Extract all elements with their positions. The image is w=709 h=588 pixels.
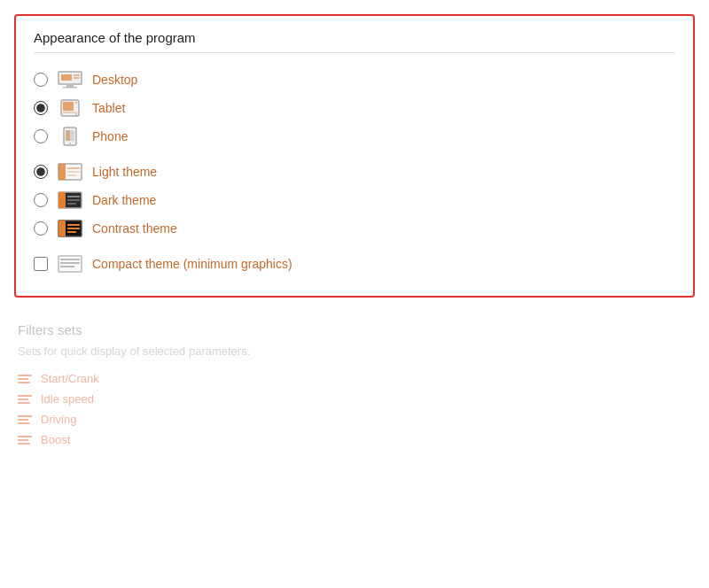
svg-rect-2 [74, 74, 80, 76]
filters-section: Filters sets Sets for quick display of s… [14, 315, 695, 457]
svg-rect-13 [66, 130, 70, 141]
svg-rect-26 [58, 220, 66, 236]
svg-rect-16 [58, 164, 66, 180]
light-theme-radio[interactable] [34, 165, 48, 179]
svg-rect-21 [58, 192, 66, 208]
svg-rect-22 [67, 196, 80, 197]
svg-rect-24 [67, 203, 76, 205]
svg-rect-4 [66, 85, 74, 87]
filter-icon-idlespeed [18, 393, 34, 406]
filter-item-startcrank[interactable]: Start/Crank [18, 368, 691, 389]
phone-radio[interactable] [34, 129, 48, 143]
svg-rect-28 [67, 228, 80, 229]
appearance-title: Appearance of the program [34, 30, 675, 53]
svg-point-14 [69, 143, 71, 144]
page-wrapper: Appearance of the program Desktop [0, 0, 709, 471]
contrast-theme-option-row: Contrast theme [34, 214, 675, 243]
svg-rect-3 [74, 77, 80, 79]
desktop-icon [57, 70, 83, 89]
contrast-theme-radio[interactable] [34, 221, 48, 236]
filter-item-driving[interactable]: Driving [18, 409, 691, 429]
tablet-label[interactable]: Tablet [92, 101, 125, 115]
tablet-radio[interactable] [34, 101, 48, 115]
desktop-radio[interactable] [34, 73, 48, 87]
svg-rect-31 [60, 259, 80, 260]
dark-theme-icon [57, 190, 83, 210]
svg-rect-18 [67, 171, 80, 173]
compact-theme-option-row: Compact theme (minimum graphics) [34, 250, 675, 278]
phone-icon [57, 127, 83, 146]
desktop-label[interactable]: Desktop [92, 73, 137, 87]
filter-icon-boost [18, 434, 34, 446]
svg-rect-33 [60, 266, 74, 267]
svg-rect-7 [63, 102, 74, 111]
contrast-theme-icon [57, 219, 83, 238]
svg-rect-27 [67, 224, 80, 226]
svg-rect-5 [63, 87, 77, 89]
light-theme-option-row: Light theme [34, 158, 675, 186]
filter-label-driving: Driving [41, 413, 76, 426]
light-theme-icon [57, 162, 83, 182]
tablet-icon [57, 98, 83, 118]
dark-theme-radio[interactable] [34, 193, 48, 207]
light-theme-label[interactable]: Light theme [92, 165, 157, 179]
svg-rect-17 [67, 167, 80, 169]
dark-theme-option-row: Dark theme [34, 186, 675, 214]
svg-rect-8 [75, 102, 77, 104]
filters-description: Sets for quick display of selected param… [18, 344, 691, 358]
phone-label[interactable]: Phone [92, 129, 128, 143]
filter-label-startcrank: Start/Crank [41, 372, 99, 385]
compact-theme-icon [57, 254, 83, 274]
filter-label-boost: Boost [41, 433, 70, 446]
desktop-option-row: Desktop [34, 66, 675, 94]
svg-rect-19 [67, 174, 76, 176]
filters-title: Filters sets [18, 322, 691, 337]
phone-option-row: Phone [34, 122, 675, 151]
tablet-option-row: Tablet [34, 94, 675, 122]
svg-rect-1 [61, 74, 72, 81]
svg-rect-32 [60, 262, 80, 264]
appearance-box: Appearance of the program Desktop [14, 14, 695, 298]
svg-rect-29 [67, 231, 76, 233]
filter-icon-startcrank [18, 373, 34, 385]
contrast-theme-label[interactable]: Contrast theme [92, 221, 177, 236]
svg-rect-9 [63, 112, 77, 113]
filter-item-boost[interactable]: Boost [18, 429, 691, 450]
filter-label-idlespeed: Idle speed [41, 392, 94, 406]
filter-item-idlespeed[interactable]: Idle speed [18, 389, 691, 409]
svg-rect-23 [67, 199, 80, 201]
svg-point-10 [75, 113, 77, 115]
compact-theme-checkbox[interactable] [34, 257, 48, 271]
filter-icon-driving [18, 414, 34, 426]
dark-theme-label[interactable]: Dark theme [92, 193, 156, 207]
compact-theme-label[interactable]: Compact theme (minimum graphics) [92, 257, 292, 271]
